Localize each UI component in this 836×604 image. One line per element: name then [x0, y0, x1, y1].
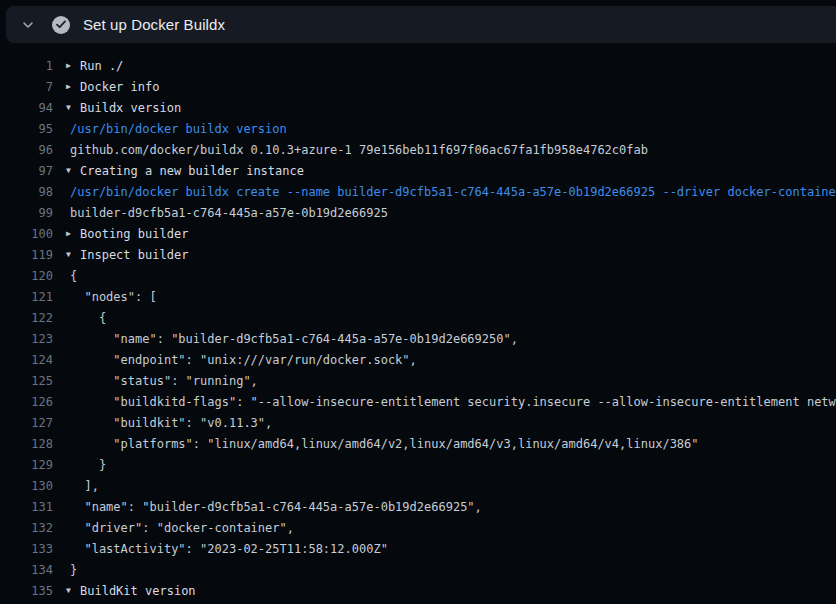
output-text: {	[66, 269, 77, 283]
group-title: Run ./	[80, 59, 123, 73]
output-text: {	[66, 311, 106, 325]
log-line-group[interactable]: 100▶Booting builder	[0, 223, 836, 244]
log-line-group[interactable]: 1▶Run ./	[0, 55, 836, 76]
output-text: "endpoint": "unix:///var/run/docker.sock…	[66, 353, 417, 367]
line-number[interactable]: 99	[0, 206, 53, 220]
log-line-output: 132 "driver": "docker-container",	[0, 517, 836, 538]
output-text: "buildkit": "v0.11.3",	[66, 416, 272, 430]
line-number[interactable]: 134	[0, 563, 53, 577]
output-text: "status": "running",	[66, 374, 258, 388]
line-number[interactable]: 127	[0, 416, 53, 430]
line-number[interactable]: 130	[0, 479, 53, 493]
line-number[interactable]: 135	[0, 584, 53, 598]
log-line-output: 120{	[0, 265, 836, 286]
log-line-group[interactable]: 7▶Docker info	[0, 76, 836, 97]
line-number[interactable]: 121	[0, 290, 53, 304]
group-collapsed-icon[interactable]: ▶	[66, 62, 80, 70]
step-header[interactable]: Set up Docker Buildx	[6, 6, 836, 43]
output-text: builder-d9cfb5a1-c764-445a-a57e-0b19d2e6…	[66, 206, 388, 220]
log-line-output: 99builder-d9cfb5a1-c764-445a-a57e-0b19d2…	[0, 202, 836, 223]
log-line-output: 134}	[0, 559, 836, 580]
command-text: /usr/bin/docker buildx create --name bui…	[66, 185, 836, 199]
line-number[interactable]: 97	[0, 164, 53, 178]
group-title: Creating a new builder instance	[80, 164, 304, 178]
line-number[interactable]: 100	[0, 227, 53, 241]
line-number[interactable]: 98	[0, 185, 53, 199]
line-number[interactable]: 120	[0, 269, 53, 283]
line-number[interactable]: 1	[0, 59, 53, 73]
group-expanded-icon[interactable]: ▼	[66, 251, 80, 259]
line-number[interactable]: 123	[0, 332, 53, 346]
line-number[interactable]: 133	[0, 542, 53, 556]
log-line-output: 125 "status": "running",	[0, 370, 836, 391]
output-text: ],	[66, 479, 99, 493]
log-line-group[interactable]: 94▼Buildx version	[0, 97, 836, 118]
group-collapsed-icon[interactable]: ▶	[66, 83, 80, 91]
group-expanded-icon[interactable]: ▼	[66, 167, 80, 175]
log-line-output: 133 "lastActivity": "2023-02-25T11:58:12…	[0, 538, 836, 559]
log-line-output: 122 {	[0, 307, 836, 328]
output-text: }	[66, 563, 77, 577]
group-title: Buildx version	[80, 101, 181, 115]
output-text: }	[66, 458, 106, 472]
group-title: Booting builder	[80, 227, 188, 241]
log-line-group[interactable]: 119▼Inspect builder	[0, 244, 836, 265]
step-title: Set up Docker Buildx	[83, 16, 225, 33]
status-check-icon	[52, 16, 70, 34]
log-line-command: 98/usr/bin/docker buildx create --name b…	[0, 181, 836, 202]
output-text: "platforms": "linux/amd64,linux/amd64/v2…	[66, 437, 699, 451]
log-line-group[interactable]: 135▼BuildKit version	[0, 580, 836, 601]
log-line-output: 123 "name": "builder-d9cfb5a1-c764-445a-…	[0, 328, 836, 349]
log-line-output: 127 "buildkit": "v0.11.3",	[0, 412, 836, 433]
line-number[interactable]: 129	[0, 458, 53, 472]
group-expanded-icon[interactable]: ▼	[66, 587, 80, 595]
output-text: "buildkitd-flags": "--allow-insecure-ent…	[66, 395, 836, 409]
group-title: BuildKit version	[80, 584, 196, 598]
line-number[interactable]: 126	[0, 395, 53, 409]
line-number[interactable]: 119	[0, 248, 53, 262]
log-line-output: 121 "nodes": [	[0, 286, 836, 307]
log-line-output: 131 "name": "builder-d9cfb5a1-c764-445a-…	[0, 496, 836, 517]
output-text: "nodes": [	[66, 290, 157, 304]
log-line-output: 96github.com/docker/buildx 0.10.3+azure-…	[0, 139, 836, 160]
line-number[interactable]: 122	[0, 311, 53, 325]
line-number[interactable]: 128	[0, 437, 53, 451]
line-number[interactable]: 7	[0, 80, 53, 94]
log-line-output: 126 "buildkitd-flags": "--allow-insecure…	[0, 391, 836, 412]
log-line-output: 124 "endpoint": "unix:///var/run/docker.…	[0, 349, 836, 370]
log-line-group[interactable]: 97▼Creating a new builder instance	[0, 160, 836, 181]
output-text: "name": "builder-d9cfb5a1-c764-445a-a57e…	[66, 332, 518, 346]
output-text: "name": "builder-d9cfb5a1-c764-445a-a57e…	[66, 500, 482, 514]
output-text: "lastActivity": "2023-02-25T11:58:12.000…	[66, 542, 388, 556]
log-line-output: 128 "platforms": "linux/amd64,linux/amd6…	[0, 433, 836, 454]
line-number[interactable]: 125	[0, 374, 53, 388]
line-number[interactable]: 131	[0, 500, 53, 514]
group-title: Docker info	[80, 80, 159, 94]
output-text: github.com/docker/buildx 0.10.3+azure-1 …	[66, 143, 648, 157]
group-collapsed-icon[interactable]: ▶	[66, 230, 80, 238]
log-line-output: 129 }	[0, 454, 836, 475]
line-number[interactable]: 96	[0, 143, 53, 157]
group-title: Inspect builder	[80, 248, 188, 262]
log-viewer: 1▶Run ./7▶Docker info94▼Buildx version95…	[0, 43, 836, 604]
line-number[interactable]: 132	[0, 521, 53, 535]
output-text: "driver": "docker-container",	[66, 521, 294, 535]
line-number[interactable]: 95	[0, 122, 53, 136]
log-line-command: 95/usr/bin/docker buildx version	[0, 118, 836, 139]
log-line-output: 130 ],	[0, 475, 836, 496]
line-number[interactable]: 94	[0, 101, 53, 115]
group-expanded-icon[interactable]: ▼	[66, 104, 80, 112]
command-text: /usr/bin/docker buildx version	[66, 122, 287, 136]
chevron-down-icon[interactable]	[20, 17, 36, 33]
line-number[interactable]: 124	[0, 353, 53, 367]
